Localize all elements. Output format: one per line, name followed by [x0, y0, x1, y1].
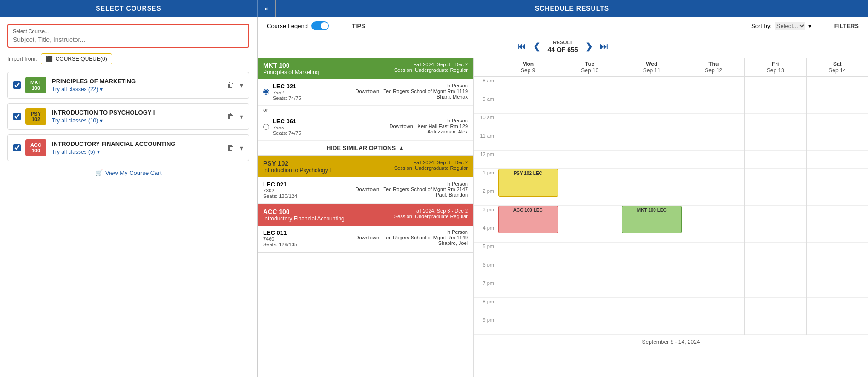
import-row: Import from: ⬛ COURSE QUEUE(0) [7, 53, 249, 64]
course-header-right-acc: Fall 2024: Sep 3 - Dec 2 Session: Underg… [394, 208, 468, 219]
calendar-body: 8 am9 am10 am11 am12 pm1 pm2 pm3 pm4 pm5… [474, 77, 868, 335]
prev-page-button[interactable]: ❮ [533, 41, 540, 52]
cal-hour-slot [559, 77, 621, 95]
course-actions-psy: 🗑 ▾ [227, 112, 243, 121]
delete-psy-button[interactable]: 🗑 [227, 112, 234, 121]
delete-mkt-button[interactable]: 🗑 [227, 81, 234, 89]
radio-mkt-021[interactable] [263, 89, 269, 95]
course-list-panel: MKT 100 Principles of Marketing Fall 202… [258, 58, 474, 377]
expand-mkt-button[interactable]: ▾ [240, 81, 243, 90]
cal-hour-slot [621, 169, 683, 187]
cal-hour-slot [621, 114, 683, 132]
next-page-button[interactable]: ❯ [586, 41, 592, 52]
cal-event[interactable]: MKT 100 LEC [622, 206, 682, 233]
cal-hour-slot [497, 77, 559, 95]
course-actions-mkt: 🗑 ▾ [227, 81, 243, 90]
cal-hour-slot [745, 187, 806, 206]
cal-hour-slot [683, 95, 745, 114]
cal-hour-slot [621, 243, 683, 261]
cal-hour-slot [745, 114, 806, 132]
lec-row-acc-011: LEC 011 7460 Seats: 129/135 In Person Do… [258, 226, 473, 252]
hide-similar-button[interactable]: HIDE SIMILAR OPTIONS ▲ [258, 141, 473, 156]
course-badge-acc: ACC 100 [25, 139, 46, 156]
course-name-psy: Introduction to Psychology I [263, 167, 331, 174]
cal-col-day-3 [683, 77, 745, 335]
cal-hour-slot [807, 206, 868, 224]
cal-time-label: 4 pm [474, 224, 497, 243]
cal-hour-slot [745, 316, 806, 335]
cal-hour-slot [559, 95, 621, 114]
course-info-psy: INTRODUCTION TO PSYCHOLOGY I Try all cla… [52, 109, 223, 124]
course-checkbox-acc[interactable] [13, 144, 21, 151]
right-panel: Course Legend TIPS Sort by: Select... ▾ … [258, 17, 868, 377]
try-all-acc[interactable]: Try all classes (5) ▾ [52, 149, 223, 155]
cal-hour-slot [497, 243, 559, 261]
chevron-down-icon: ▾ [100, 117, 103, 124]
cal-time-label: 7 pm [474, 279, 497, 298]
first-page-button[interactable]: ⏮ [517, 42, 526, 52]
delete-acc-button[interactable]: 🗑 [227, 144, 234, 152]
tips-button[interactable]: TIPS [352, 23, 365, 29]
calendar-header: Mon Sep 9 Tue Sep 10 Wed Sep 11 Thu [474, 58, 868, 77]
chevron-down-icon: ▾ [100, 86, 103, 93]
course-section-psy: PSY 102 Introduction to Psychology I Fal… [258, 156, 473, 204]
try-all-mkt[interactable]: Try all classes (22) ▾ [52, 86, 223, 93]
cal-time-label: 11 am [474, 132, 497, 151]
course-checkbox-mkt[interactable] [13, 81, 21, 89]
course-header-acc: ACC 100 Introductory Financial Accountin… [258, 204, 473, 226]
legend-toggle[interactable] [311, 21, 329, 30]
cart-icon: 🛒 [95, 169, 103, 176]
cal-hour-slot [745, 298, 806, 316]
cal-day-thu: Thu Sep 12 [683, 58, 745, 76]
last-page-button[interactable]: ⏭ [600, 42, 608, 52]
cal-hour-slot [497, 261, 559, 279]
course-item-psy: PSY 102 INTRODUCTION TO PSYCHOLOGY I Try… [7, 103, 249, 130]
course-title-acc: INTRODUCTORY FINANCIAL ACCOUNTING [52, 140, 223, 147]
lec-row-mkt-061: LEC 061 7555 Seats: 74/75 In Person Down… [258, 114, 473, 141]
cal-hour-slot [683, 132, 745, 151]
course-queue-label: COURSE QUEUE(0) [56, 56, 107, 62]
cal-hour-slot [559, 187, 621, 206]
cal-hour-slot [807, 114, 868, 132]
expand-psy-button[interactable]: ▾ [240, 112, 243, 121]
cal-hour-slot [497, 114, 559, 132]
cal-event[interactable]: PSY 102 LEC [498, 169, 558, 197]
radio-mkt-061[interactable] [263, 124, 269, 130]
cal-event[interactable]: ACC 100 LEC [498, 206, 558, 233]
cal-hour-slot [745, 224, 806, 243]
try-all-psy[interactable]: Try all classes (10) ▾ [52, 117, 223, 124]
search-label: Select Course... [13, 29, 244, 34]
lec-row-psy-021: LEC 021 7302 Seats: 120/124 In Person Do… [258, 177, 473, 204]
cal-time-label: 2 pm [474, 187, 497, 206]
sort-select[interactable]: Select... [775, 22, 805, 30]
cal-grid: PSY 102 LECACC 100 LECMKT 100 LEC [497, 77, 868, 335]
cal-hour-slot [621, 316, 683, 335]
cal-hour-slot [807, 279, 868, 298]
cal-hour-slot [683, 169, 745, 187]
cal-hour-slot [683, 187, 745, 206]
cal-times: 8 am9 am10 am11 am12 pm1 pm2 pm3 pm4 pm5… [474, 77, 497, 335]
cal-time-label: 1 pm [474, 169, 497, 187]
calendar-panel: Mon Sep 9 Tue Sep 10 Wed Sep 11 Thu [474, 58, 868, 377]
collapse-button[interactable]: « [258, 0, 276, 17]
select-courses-title: SELECT COURSES [0, 0, 258, 17]
filters-button[interactable]: FILTERS [834, 23, 859, 29]
cal-hour-slot [621, 187, 683, 206]
cal-hour-slot [497, 279, 559, 298]
cal-time-label: 5 pm [474, 243, 497, 261]
import-label: Import from: [7, 56, 37, 62]
course-queue-button[interactable]: ⬛ COURSE QUEUE(0) [41, 53, 112, 64]
expand-acc-button[interactable]: ▾ [240, 144, 243, 152]
cal-hour-slot [559, 132, 621, 151]
course-checkbox-psy[interactable] [13, 113, 21, 120]
cal-hour-slot [807, 95, 868, 114]
cal-time-label: 6 pm [474, 261, 497, 279]
cal-hour-slot [745, 261, 806, 279]
search-input[interactable] [13, 36, 244, 43]
cal-hour-slot [683, 298, 745, 316]
view-cart-link[interactable]: 🛒 View My Course Cart [7, 169, 249, 176]
cal-hour-slot [621, 95, 683, 114]
cal-hour-slot [807, 169, 868, 187]
cal-hour-slot [559, 169, 621, 187]
collapse-icon: « [264, 5, 268, 12]
